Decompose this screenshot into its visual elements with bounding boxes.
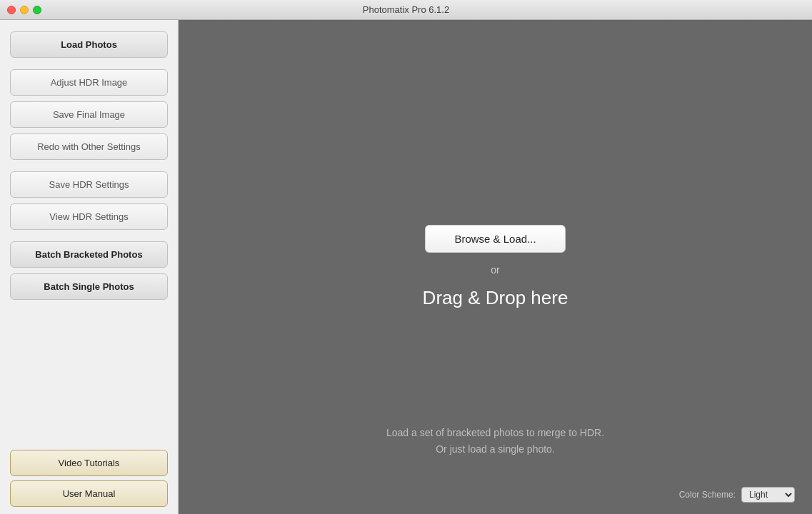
batch-single-button[interactable]: Batch Single Photos: [10, 273, 168, 300]
main-layout: Load Photos Adjust HDR Image Save Final …: [0, 20, 812, 514]
adjust-hdr-button[interactable]: Adjust HDR Image: [10, 69, 168, 96]
info-line-2: Or just load a single photo.: [386, 441, 604, 457]
drag-drop-text: Drag & Drop here: [423, 287, 568, 309]
video-tutorials-button[interactable]: Video Tutorials: [10, 450, 168, 476]
sidebar: Load Photos Adjust HDR Image Save Final …: [0, 20, 179, 514]
close-button[interactable]: [7, 6, 16, 14]
user-manual-button[interactable]: User Manual: [10, 480, 168, 507]
window-title: Photomatix Pro 6.1.2: [363, 4, 449, 15]
drop-area: Browse & Load... or Drag & Drop here: [423, 225, 568, 309]
sidebar-section-load: Load Photos: [10, 31, 168, 58]
or-text: or: [491, 264, 499, 276]
save-final-button[interactable]: Save Final Image: [10, 101, 168, 128]
minimize-button[interactable]: [20, 6, 29, 14]
traffic-lights: [7, 6, 41, 14]
browse-load-button[interactable]: Browse & Load...: [425, 225, 565, 253]
color-scheme-bar: Color Scheme: Light Dark: [679, 487, 795, 503]
content-area: Browse & Load... or Drag & Drop here Loa…: [179, 20, 812, 514]
redo-settings-button[interactable]: Redo with Other Settings: [10, 133, 168, 160]
sidebar-section-settings: Save HDR Settings View HDR Settings: [10, 171, 168, 230]
sidebar-section-batch: Batch Bracketed Photos Batch Single Phot…: [10, 241, 168, 300]
sidebar-section-hdr: Adjust HDR Image Save Final Image Redo w…: [10, 69, 168, 160]
titlebar: Photomatix Pro 6.1.2: [0, 0, 812, 20]
color-scheme-label: Color Scheme:: [679, 490, 736, 500]
save-hdr-settings-button[interactable]: Save HDR Settings: [10, 171, 168, 198]
color-scheme-select[interactable]: Light Dark: [741, 487, 795, 503]
maximize-button[interactable]: [33, 6, 41, 14]
load-photos-button[interactable]: Load Photos: [10, 31, 168, 58]
info-line-1: Load a set of bracketed photos to merge …: [386, 425, 604, 440]
batch-bracketed-button[interactable]: Batch Bracketed Photos: [10, 241, 168, 268]
sidebar-spacer: [10, 311, 168, 450]
sidebar-bottom: Video Tutorials User Manual: [10, 450, 168, 507]
info-text: Load a set of bracketed photos to merge …: [386, 425, 604, 457]
view-hdr-settings-button[interactable]: View HDR Settings: [10, 203, 168, 230]
